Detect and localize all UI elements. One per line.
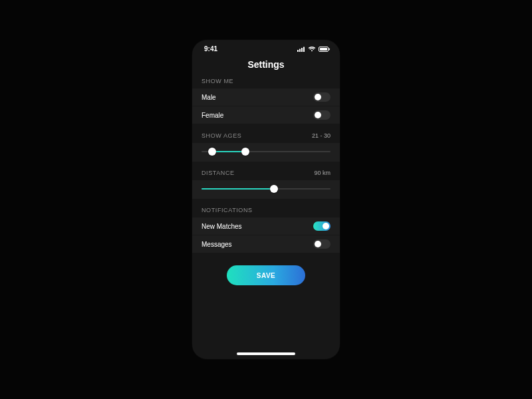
age-slider-fill <box>212 151 245 152</box>
home-indicator[interactable] <box>237 352 295 355</box>
show-me-label-male: Male <box>201 94 216 101</box>
battery-icon <box>319 47 331 52</box>
svg-rect-1 <box>299 49 301 52</box>
svg-rect-3 <box>303 47 305 52</box>
notifications-header-text: NOTIFICATIONS <box>201 207 253 213</box>
notif-row-messages: Messages <box>192 235 340 253</box>
signal-icon <box>297 47 305 52</box>
distance-slider-block <box>192 180 340 199</box>
page-title: Settings <box>192 59 340 70</box>
toggle-female[interactable] <box>313 110 331 120</box>
distance-value: 90 km <box>314 170 331 176</box>
notif-row-new-matches: New Matches <box>192 217 340 235</box>
age-slider-block <box>192 143 340 162</box>
age-slider-thumb-high[interactable] <box>241 148 249 156</box>
show-me-row-male: Male <box>192 88 340 106</box>
show-me-label-female: Female <box>201 112 223 119</box>
section-header-notifications: NOTIFICATIONS <box>192 207 340 213</box>
toggle-male[interactable] <box>313 92 331 102</box>
show-me-row-female: Female <box>192 106 340 124</box>
wifi-icon <box>308 47 316 52</box>
svg-rect-6 <box>329 48 331 50</box>
show-ages-header-text: SHOW AGES <box>201 132 241 139</box>
section-header-show-me: SHOW ME <box>192 78 340 84</box>
age-slider-track[interactable] <box>201 151 331 152</box>
section-header-show-ages: SHOW AGES 21 - 30 <box>192 132 340 139</box>
status-icons <box>297 47 331 52</box>
status-time: 9:41 <box>204 45 217 53</box>
distance-header-text: DISTANCE <box>201 170 235 176</box>
status-bar: 9:41 <box>192 40 340 53</box>
distance-slider-fill <box>201 188 274 190</box>
distance-slider-track[interactable] <box>201 188 331 190</box>
notif-label-messages: Messages <box>201 241 232 248</box>
toggle-messages[interactable] <box>313 239 331 249</box>
save-button[interactable]: SAVE <box>227 265 305 285</box>
notif-label-new-matches: New Matches <box>201 223 242 230</box>
distance-slider-thumb[interactable] <box>270 185 278 193</box>
svg-rect-0 <box>297 50 299 52</box>
svg-rect-5 <box>320 48 327 51</box>
svg-rect-2 <box>301 48 303 52</box>
phone-frame: 9:41 Settings SHOW ME Male Female SHOW A… <box>192 40 340 359</box>
show-me-header-text: SHOW ME <box>201 78 233 84</box>
age-slider-thumb-low[interactable] <box>208 148 216 156</box>
toggle-new-matches[interactable] <box>313 221 331 231</box>
section-header-distance: DISTANCE 90 km <box>192 170 340 176</box>
show-ages-value: 21 - 30 <box>312 132 331 139</box>
